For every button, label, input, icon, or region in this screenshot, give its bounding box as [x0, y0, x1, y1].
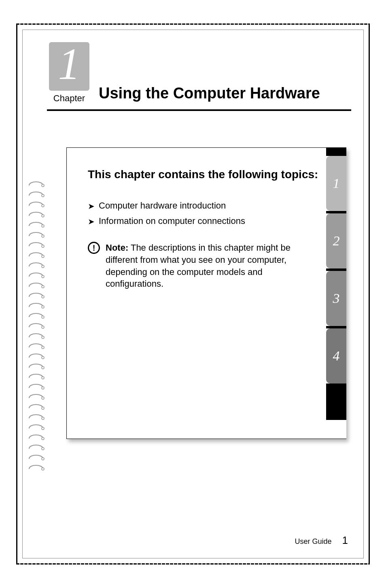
topic-text: Information on computer connections — [99, 216, 245, 226]
side-tab-4[interactable]: 4 — [326, 328, 346, 383]
side-tab-1[interactable]: 1 — [326, 156, 346, 211]
spiral-binding — [27, 180, 45, 471]
spiral-ring — [27, 200, 45, 208]
spiral-ring — [27, 322, 45, 330]
chapter-number: 1 — [58, 42, 81, 86]
svg-point-9 — [42, 275, 44, 278]
note-text: The descriptions in this chapter might b… — [106, 243, 291, 289]
side-tabs: 1234 — [326, 148, 346, 439]
svg-point-27 — [42, 458, 44, 460]
svg-point-25 — [42, 437, 44, 440]
svg-point-16 — [42, 346, 44, 349]
chapter-number-box: 1 — [49, 42, 89, 91]
spiral-ring — [27, 220, 45, 228]
svg-point-23 — [42, 417, 44, 420]
svg-point-17 — [42, 356, 44, 359]
chapter-badge: 1 Chapter — [47, 42, 91, 104]
spiral-ring — [27, 443, 45, 451]
spiral-ring — [27, 463, 45, 471]
title-underline — [47, 109, 351, 111]
footer-label: User Guide — [295, 537, 331, 546]
page-frame: 1 Chapter Using the Computer Hardware Th… — [22, 30, 364, 558]
note-text-container: Note: The descriptions in this chapter m… — [106, 242, 322, 290]
spiral-ring — [27, 301, 45, 309]
side-tab-2[interactable]: 2 — [326, 213, 346, 268]
note-block: ! Note: The descriptions in this chapter… — [88, 242, 322, 290]
svg-point-3 — [42, 215, 44, 217]
page-number: 1 — [342, 534, 348, 547]
spiral-ring — [27, 271, 45, 279]
svg-point-2 — [42, 205, 44, 207]
svg-point-20 — [42, 387, 44, 389]
spiral-ring — [27, 311, 45, 320]
svg-point-7 — [42, 255, 44, 258]
spiral-ring — [27, 433, 45, 441]
svg-point-4 — [42, 225, 44, 227]
spiral-ring — [27, 382, 45, 390]
svg-point-6 — [42, 245, 44, 247]
bullet-icon: ➤ — [88, 216, 95, 227]
topic-item: ➤Information on computer connections — [88, 216, 322, 227]
side-tab-3[interactable]: 3 — [326, 271, 346, 326]
page-footer: User Guide 1 — [295, 534, 348, 547]
svg-point-12 — [42, 306, 44, 308]
svg-point-13 — [42, 316, 44, 318]
svg-point-14 — [42, 326, 44, 328]
bullet-icon: ➤ — [88, 200, 95, 212]
note-label: Note: — [106, 243, 128, 253]
spiral-ring — [27, 332, 45, 340]
tab-spacer — [326, 148, 346, 156]
svg-point-18 — [42, 366, 44, 369]
spiral-ring — [27, 352, 45, 360]
topic-text: Computer hardware introduction — [99, 200, 226, 211]
topics-card: This chapter contains the following topi… — [66, 147, 346, 439]
spiral-ring — [27, 403, 45, 411]
svg-point-15 — [42, 336, 44, 339]
spiral-ring — [27, 423, 45, 431]
spiral-ring — [27, 281, 45, 289]
spiral-ring — [27, 180, 45, 188]
spiral-ring — [27, 372, 45, 380]
svg-point-8 — [42, 265, 44, 268]
spiral-ring — [27, 413, 45, 421]
svg-point-26 — [42, 447, 44, 450]
topics-heading: This chapter contains the following topi… — [88, 167, 322, 182]
chapter-header: 1 Chapter Using the Computer Hardware — [47, 42, 351, 104]
spiral-ring — [27, 190, 45, 198]
svg-point-1 — [42, 194, 44, 197]
svg-point-10 — [42, 285, 44, 288]
svg-point-0 — [42, 184, 44, 187]
svg-point-22 — [42, 407, 44, 409]
spiral-ring — [27, 362, 45, 370]
spiral-ring — [27, 230, 45, 239]
dashed-border: 1 Chapter Using the Computer Hardware Th… — [16, 23, 370, 565]
tab-divider — [326, 383, 346, 420]
spiral-ring — [27, 261, 45, 269]
chapter-title: Using the Computer Hardware — [99, 85, 351, 104]
svg-point-21 — [42, 397, 44, 399]
spiral-ring — [27, 241, 45, 249]
topic-item: ➤Computer hardware introduction — [88, 200, 322, 212]
svg-point-24 — [42, 427, 44, 430]
svg-point-5 — [42, 235, 44, 237]
spiral-ring — [27, 392, 45, 401]
svg-point-28 — [42, 468, 44, 470]
spiral-ring — [27, 453, 45, 461]
svg-point-19 — [42, 377, 44, 379]
chapter-label: Chapter — [47, 93, 91, 104]
warning-icon: ! — [88, 242, 100, 254]
spiral-ring — [27, 210, 45, 218]
spiral-ring — [27, 291, 45, 299]
svg-point-11 — [42, 296, 44, 298]
topic-list: ➤Computer hardware introduction➤Informat… — [88, 200, 322, 227]
spiral-ring — [27, 251, 45, 259]
spiral-ring — [27, 342, 45, 350]
